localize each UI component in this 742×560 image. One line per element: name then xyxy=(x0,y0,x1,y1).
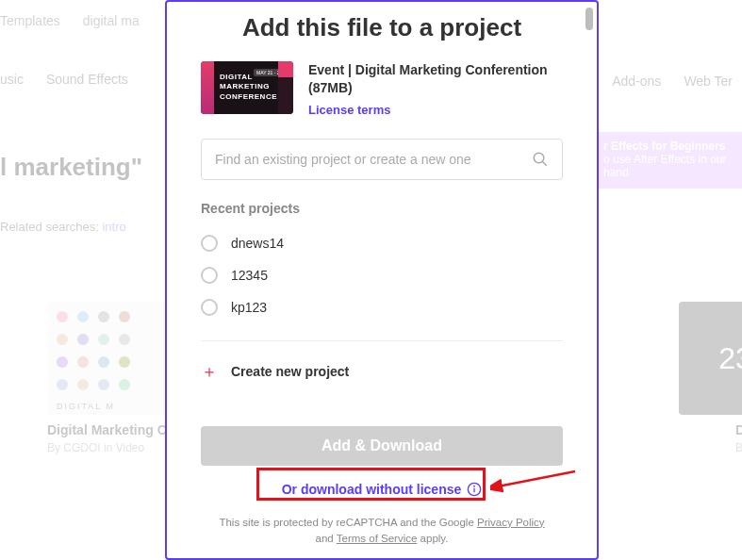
legal-text: This site is protected by reCAPTCHA and … xyxy=(219,517,477,528)
nav-item: digital ma xyxy=(83,13,140,28)
divider xyxy=(201,340,563,341)
file-name: Event | Digital Marketing Conferention (… xyxy=(308,61,563,97)
radio-icon xyxy=(201,299,218,316)
info-icon xyxy=(467,482,482,497)
recaptcha-legal: This site is protected by reCAPTCHA and … xyxy=(201,515,563,548)
add-download-button[interactable]: Add & Download xyxy=(201,426,563,466)
nav-item: Add-ons xyxy=(612,74,661,89)
asset-card: 23 ⬇ Digital ma By IconsX xyxy=(679,302,742,454)
create-project-label: Create new project xyxy=(231,364,349,379)
nav-item: Templates xyxy=(0,13,60,28)
terms-of-service-link[interactable]: Terms of Service xyxy=(337,533,418,544)
banner-sub: o use After Effects in our hand xyxy=(603,153,734,179)
svg-point-4 xyxy=(474,486,475,486)
card-author: By IconsX xyxy=(735,441,742,454)
download-without-license-link[interactable]: Or download without license xyxy=(274,477,490,502)
plus-icon: ＋ xyxy=(201,360,218,383)
file-summary: DIGITAL MARKETING CONFERENCE MAY 21 - 23… xyxy=(201,61,563,118)
add-to-project-modal: Add this file to a project DIGITAL MARKE… xyxy=(165,0,599,560)
right-nav: Add-ons Web Ter xyxy=(612,74,733,89)
svg-point-0 xyxy=(534,153,544,163)
thumbnail-date: MAY 21 - 23 xyxy=(254,69,285,76)
promo-banner: r Effects for Beginners o use After Effe… xyxy=(596,132,742,189)
card-thumbnail: 23 xyxy=(679,302,742,415)
project-name: 12345 xyxy=(231,268,268,283)
banner-title: r Effects for Beginners xyxy=(603,140,734,153)
svg-line-1 xyxy=(542,161,547,166)
license-terms-link[interactable]: License terms xyxy=(308,103,390,117)
card-title: Digital ma xyxy=(735,422,742,437)
related-label: Related searches: xyxy=(0,220,99,234)
search-input[interactable] xyxy=(215,152,532,167)
project-option[interactable]: dnews14 xyxy=(201,227,563,259)
radio-icon xyxy=(201,235,218,252)
nav-item: usic xyxy=(0,72,24,87)
project-option[interactable]: kp123 xyxy=(201,291,563,323)
thumbnail-text: DIGITAL MARKETING CONFERENCE xyxy=(220,73,277,102)
nav-item: Sound Effects xyxy=(46,72,128,87)
project-name: dnews14 xyxy=(231,236,284,251)
nav-item: Web Ter xyxy=(684,74,733,89)
project-search[interactable] xyxy=(201,139,563,180)
scrollbar-thumb[interactable] xyxy=(585,8,593,30)
related-link: intro xyxy=(102,220,125,234)
file-thumbnail: DIGITAL MARKETING CONFERENCE MAY 21 - 23 xyxy=(201,61,293,114)
create-project-button[interactable]: ＋ Create new project xyxy=(201,356,563,387)
search-icon xyxy=(532,151,549,168)
privacy-policy-link[interactable]: Privacy Policy xyxy=(477,517,545,528)
recent-projects-label: Recent projects xyxy=(201,201,563,216)
legal-text: apply. xyxy=(417,533,448,544)
alt-download-label: Or download without license xyxy=(282,482,462,497)
modal-title: Add this file to a project xyxy=(201,13,563,42)
project-name: kp123 xyxy=(231,300,267,315)
legal-text: and xyxy=(316,533,337,544)
project-option[interactable]: 12345 xyxy=(201,259,563,291)
radio-icon xyxy=(201,267,218,284)
